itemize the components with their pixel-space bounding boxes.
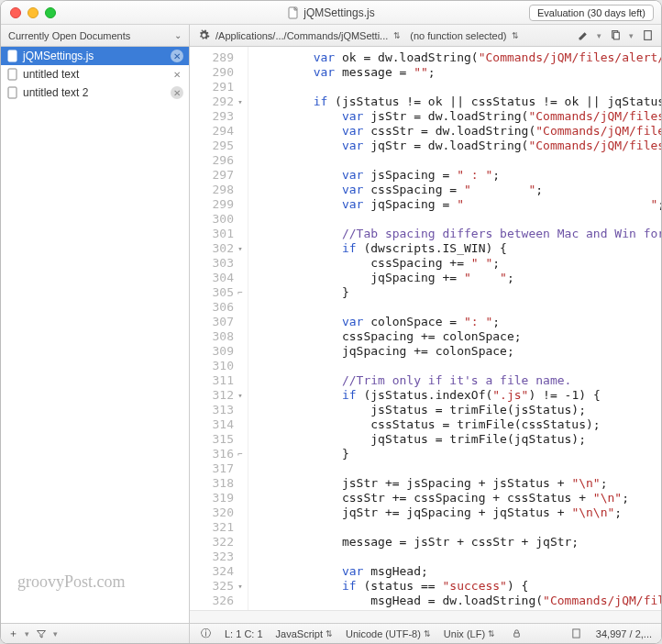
- code-line[interactable]: cssSpacing += colonSpace;: [256, 329, 661, 344]
- code-line[interactable]: jqStr += jqSpacing + jqStatus + "\n\n";: [256, 505, 661, 520]
- gutter[interactable]: 289290291292▾293294295296297298299300301…: [190, 47, 248, 610]
- code-line[interactable]: [256, 359, 661, 373]
- code-line[interactable]: [256, 300, 661, 315]
- gutter-line[interactable]: 318: [190, 476, 244, 491]
- gutter-line[interactable]: 302▾: [190, 241, 244, 256]
- add-icon[interactable]: ＋: [6, 627, 19, 640]
- code-line[interactable]: //Trim only if it's a file name.: [256, 373, 661, 388]
- code-line[interactable]: }: [256, 285, 661, 300]
- code-area[interactable]: var ok = dw.loadString("Commands/jQM/fil…: [248, 47, 661, 610]
- pencil-icon[interactable]: [577, 29, 590, 42]
- gutter-line[interactable]: 312▾: [190, 388, 244, 403]
- code-line[interactable]: if (jsStatus.indexOf(".js") != -1) {: [256, 388, 661, 403]
- code-line[interactable]: var ok = dw.loadString("Commands/jQM/fil…: [256, 50, 661, 65]
- code-line[interactable]: //Tab spacing differs between Mac and Wi…: [256, 227, 661, 241]
- gutter-line[interactable]: 325▾: [190, 579, 244, 594]
- gutter-line[interactable]: 323: [190, 550, 244, 564]
- code-line[interactable]: jqSpacing += colonSpace;: [256, 344, 661, 359]
- close-document-icon[interactable]: ✕: [171, 86, 183, 99]
- evaluation-badge[interactable]: Evaluation (30 days left): [529, 5, 654, 21]
- code-line[interactable]: message = jsStr + cssStr + jqStr;: [256, 535, 661, 550]
- gutter-line[interactable]: 301: [190, 227, 244, 241]
- filter-menu-chevron[interactable]: ▾: [53, 629, 58, 638]
- gutter-line[interactable]: 315: [190, 432, 244, 447]
- code-line[interactable]: [256, 153, 661, 168]
- line-endings-selector[interactable]: Unix (LF) ⇅: [444, 628, 495, 639]
- code-line[interactable]: var message = "";: [256, 65, 661, 80]
- gutter-line[interactable]: 291: [190, 80, 244, 94]
- horizontal-scrollbar[interactable]: [190, 610, 661, 623]
- code-line[interactable]: msgHead = dw.loadString("Commands/jQM/fi…: [256, 594, 661, 608]
- gutter-line[interactable]: 321: [190, 520, 244, 535]
- gutter-line[interactable]: 326: [190, 594, 244, 608]
- gutter-line[interactable]: 293: [190, 109, 244, 124]
- code-line[interactable]: [256, 550, 661, 564]
- gutter-line[interactable]: 305⌐: [190, 285, 244, 300]
- gutter-line[interactable]: 300: [190, 212, 244, 227]
- gutter-line[interactable]: 299: [190, 197, 244, 212]
- gutter-line[interactable]: 319: [190, 491, 244, 505]
- document-row[interactable]: jQMSettings.js✕: [1, 47, 189, 65]
- function-selector[interactable]: (no function selected): [410, 30, 506, 41]
- gutter-line[interactable]: 289: [190, 50, 244, 65]
- document-row[interactable]: untitled text✕: [1, 65, 189, 83]
- gutter-line[interactable]: 324: [190, 564, 244, 579]
- lock-icon[interactable]: [510, 627, 523, 640]
- gutter-line[interactable]: 310: [190, 359, 244, 373]
- gutter-line[interactable]: 306: [190, 300, 244, 315]
- code-line[interactable]: jqStatus = trimFile(jqStatus);: [256, 432, 661, 447]
- gutter-line[interactable]: 295: [190, 139, 244, 153]
- code-line[interactable]: var cssSpacing = " ";: [256, 183, 661, 197]
- gutter-line[interactable]: 320: [190, 505, 244, 520]
- code-line[interactable]: jsStr += jsSpacing + jsStatus + "\n";: [256, 476, 661, 491]
- gutter-line[interactable]: 309: [190, 344, 244, 359]
- code-line[interactable]: [256, 212, 661, 227]
- cursor-position[interactable]: L: 1 C: 1: [225, 628, 263, 639]
- code-line[interactable]: cssStr += cssSpacing + cssStatus + "\n";: [256, 491, 661, 505]
- code-line[interactable]: var jqSpacing = " ";: [256, 197, 661, 212]
- filter-icon[interactable]: [35, 627, 48, 640]
- code-line[interactable]: }: [256, 447, 661, 461]
- new-document-icon[interactable]: [641, 29, 654, 42]
- code-line[interactable]: [256, 80, 661, 94]
- file-path[interactable]: /Applications/.../Commands/jQMSetti...: [215, 30, 388, 41]
- gutter-line[interactable]: 317: [190, 461, 244, 476]
- gutter-line[interactable]: 290: [190, 65, 244, 80]
- editor[interactable]: 289290291292▾293294295296297298299300301…: [190, 47, 661, 610]
- add-menu-chevron[interactable]: ▾: [25, 629, 29, 638]
- code-line[interactable]: cssStatus = trimFile(cssStatus);: [256, 417, 661, 432]
- document-size[interactable]: 34,997 / 2,...: [596, 628, 652, 639]
- gear-icon[interactable]: [197, 29, 210, 42]
- gutter-line[interactable]: 311: [190, 373, 244, 388]
- gutter-line[interactable]: 303: [190, 256, 244, 271]
- gutter-line[interactable]: 313: [190, 403, 244, 417]
- path-stepper-icon[interactable]: ⇅: [393, 31, 401, 40]
- encoding-selector[interactable]: Unicode (UTF-8) ⇅: [346, 628, 431, 639]
- function-stepper-icon[interactable]: ⇅: [512, 31, 519, 40]
- gutter-line[interactable]: 304: [190, 271, 244, 285]
- code-line[interactable]: var colonSpace = ": ";: [256, 315, 661, 329]
- gutter-line[interactable]: 292▾: [190, 94, 244, 109]
- gutter-line[interactable]: 314: [190, 417, 244, 432]
- gutter-line[interactable]: 322: [190, 535, 244, 550]
- code-line[interactable]: jqSpacing += " ";: [256, 271, 661, 285]
- code-line[interactable]: [256, 461, 661, 476]
- code-line[interactable]: [256, 520, 661, 535]
- code-line[interactable]: if (jsStatus != ok || cssStatus != ok ||…: [256, 94, 661, 109]
- code-line[interactable]: cssSpacing += " ";: [256, 256, 661, 271]
- info-icon[interactable]: ⓘ: [199, 627, 212, 640]
- code-line[interactable]: if (dwscripts.IS_WIN) {: [256, 241, 661, 256]
- copy-icon[interactable]: [609, 29, 622, 42]
- code-line[interactable]: var jsStr = dw.loadString("Commands/jQM/…: [256, 109, 661, 124]
- code-line[interactable]: jsStatus = trimFile(jsStatus);: [256, 403, 661, 417]
- language-selector[interactable]: JavaScript ⇅: [276, 628, 333, 639]
- gutter-line[interactable]: 308: [190, 329, 244, 344]
- gutter-line[interactable]: 307: [190, 315, 244, 329]
- document-row[interactable]: untitled text 2✕: [1, 83, 189, 102]
- code-line[interactable]: var jsSpacing = " : ";: [256, 168, 661, 183]
- code-line[interactable]: var cssStr = dw.loadString("Commands/jQM…: [256, 124, 661, 139]
- gutter-line[interactable]: 297: [190, 168, 244, 183]
- close-document-icon[interactable]: ✕: [171, 50, 183, 62]
- gutter-line[interactable]: 316⌐: [190, 447, 244, 461]
- code-line[interactable]: var msgHead;: [256, 564, 661, 579]
